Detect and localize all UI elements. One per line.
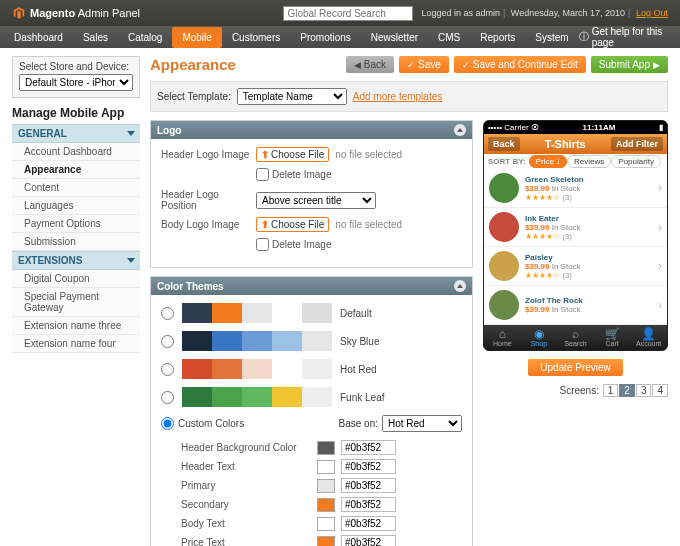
theme-radio-custom[interactable] (161, 417, 174, 430)
nav-dashboard[interactable]: Dashboard (4, 27, 73, 48)
store-label: Select Store and Device: (13, 57, 139, 74)
product-rating: ★★★★☆ (3) (525, 193, 652, 202)
theme-row: Hot Red (161, 359, 462, 379)
product-image (489, 212, 519, 242)
product-row[interactable]: Ink Eater$39.99 In Stock★★★★☆ (3)› (484, 208, 667, 247)
sort-pill[interactable]: Reviews (567, 155, 611, 168)
nav-help[interactable]: ⓘ Get help for this page (579, 26, 676, 48)
delete-image-checkbox-2[interactable] (256, 238, 269, 251)
color-swatch[interactable] (317, 479, 335, 493)
tab-search[interactable]: ⌕Search (557, 325, 594, 350)
sidebar-item[interactable]: Appearance (12, 161, 140, 179)
preview-back-button[interactable]: Back (488, 137, 520, 151)
sort-pill[interactable]: Popularity (611, 155, 661, 168)
collapse-icon[interactable] (454, 280, 466, 292)
header-pos-select[interactable]: Above screen title (256, 192, 376, 209)
tab-cart[interactable]: 🛒Cart (594, 325, 631, 350)
product-row[interactable]: Zolof The Rock$39.99 In Stock› (484, 286, 667, 325)
tab-account[interactable]: 👤Account (630, 325, 667, 350)
logo-text: Magento Admin Panel (30, 7, 140, 19)
main-content: Appearance ◀Back ✓Save ✓Save and Continu… (150, 56, 668, 546)
sidebar-item[interactable]: Content (12, 179, 140, 197)
color-swatch[interactable] (317, 517, 335, 531)
check-icon: ✓ (462, 60, 470, 70)
sidebar-item[interactable]: Extension name four (12, 335, 140, 353)
battery-icon: ▮ (659, 123, 663, 132)
sidebar-item[interactable]: Payment Options (12, 215, 140, 233)
cat-general[interactable]: GENERAL (12, 124, 140, 143)
theme-radio[interactable] (161, 307, 174, 320)
sidebar-item[interactable]: Languages (12, 197, 140, 215)
product-name: Ink Eater (525, 214, 652, 223)
screen-page[interactable]: 3 (636, 384, 652, 397)
sidebar-item[interactable]: Special Payment Gateway (12, 288, 140, 317)
delete-image-checkbox[interactable] (256, 168, 269, 181)
sidebar-item[interactable]: Submission (12, 233, 140, 251)
color-swatch[interactable] (317, 441, 335, 455)
sidebar-item[interactable]: Extension name three (12, 317, 140, 335)
sidebar-item[interactable]: Digital Coupon (12, 270, 140, 288)
nav-newsletter[interactable]: Newsletter (361, 27, 428, 48)
back-button[interactable]: ◀Back (346, 56, 394, 73)
theme-name: Default (340, 308, 372, 319)
upload-icon: ⬆ (261, 149, 269, 160)
color-hex-input[interactable] (341, 516, 396, 531)
color-swatch[interactable] (317, 536, 335, 547)
add-filter-button[interactable]: Add Filter (611, 137, 663, 151)
color-hex-input[interactable] (341, 535, 396, 546)
nav-promotions[interactable]: Promotions (290, 27, 361, 48)
screen-page[interactable]: 2 (619, 384, 635, 397)
cat-extensions[interactable]: EXTENSIONS (12, 251, 140, 270)
sidebar-item[interactable]: Account Dashboard (12, 143, 140, 161)
logout-link[interactable]: Log Out (636, 8, 668, 18)
home-icon: ⌂ (484, 328, 521, 340)
global-search-input[interactable] (283, 6, 413, 21)
product-stock: In Stock (552, 305, 581, 314)
screen-page[interactable]: 4 (652, 384, 668, 397)
theme-name: Sky Blue (340, 336, 379, 347)
add-templates-link[interactable]: Add more templates (353, 91, 443, 102)
nav-mobile[interactable]: Mobile (172, 27, 221, 48)
theme-swatch-bar (182, 359, 332, 379)
store-select[interactable]: Default Store - iPhone (19, 74, 133, 91)
extensions-list: Digital CouponSpecial Payment GatewayExt… (12, 270, 140, 353)
sort-bar: SORT BY: Price ↓ReviewsPopularity (484, 154, 667, 169)
tab-home[interactable]: ⌂Home (484, 325, 521, 350)
product-price: $39.99 (525, 262, 549, 271)
status-bar: ••••• Carrier ⦿ 11:11AM ▮ (484, 121, 667, 134)
color-hex-input[interactable] (341, 459, 396, 474)
collapse-icon[interactable] (454, 124, 466, 136)
nav-customers[interactable]: Customers (222, 27, 290, 48)
save-button[interactable]: ✓Save (399, 56, 449, 73)
global-search[interactable] (283, 6, 413, 21)
product-row[interactable]: Green Skeleton$39.99 In Stock★★★★☆ (3)› (484, 169, 667, 208)
screen-page[interactable]: 1 (603, 384, 619, 397)
color-hex-input[interactable] (341, 478, 396, 493)
update-preview-button[interactable]: Update Preview (528, 359, 623, 376)
nav-sales[interactable]: Sales (73, 27, 118, 48)
theme-radio[interactable] (161, 391, 174, 404)
color-swatch[interactable] (317, 498, 335, 512)
color-hex-input[interactable] (341, 497, 396, 512)
theme-radio[interactable] (161, 363, 174, 376)
admin-header: Magento Admin Panel Logged in as admin| … (0, 0, 680, 26)
color-swatch[interactable] (317, 460, 335, 474)
preview-title: T-Shirts (520, 138, 611, 150)
save-continue-button[interactable]: ✓Save and Continue Edit (454, 56, 586, 73)
color-field-row: Header Text (181, 459, 462, 474)
nav-cms[interactable]: CMS (428, 27, 470, 48)
choose-file-button-2[interactable]: ⬆Choose File (256, 217, 329, 232)
template-select[interactable]: Template Name (237, 88, 347, 105)
sort-pill[interactable]: Price ↓ (529, 155, 567, 168)
nav-catalog[interactable]: Catalog (118, 27, 172, 48)
base-on-select[interactable]: Hot Red (382, 415, 462, 432)
nav-reports[interactable]: Reports (470, 27, 525, 48)
choose-file-button[interactable]: ⬆Choose File (256, 147, 329, 162)
nav-system[interactable]: System (525, 27, 578, 48)
product-row[interactable]: Paisley$39.99 In Stock★★★★☆ (3)› (484, 247, 667, 286)
theme-radio[interactable] (161, 335, 174, 348)
color-hex-input[interactable] (341, 440, 396, 455)
tab-shop[interactable]: ◉Shop (521, 325, 558, 350)
logo-panel: Logo Header Logo Image ⬆Choose File no f… (150, 120, 473, 268)
submit-app-button[interactable]: Submit App ▶ (591, 56, 668, 73)
